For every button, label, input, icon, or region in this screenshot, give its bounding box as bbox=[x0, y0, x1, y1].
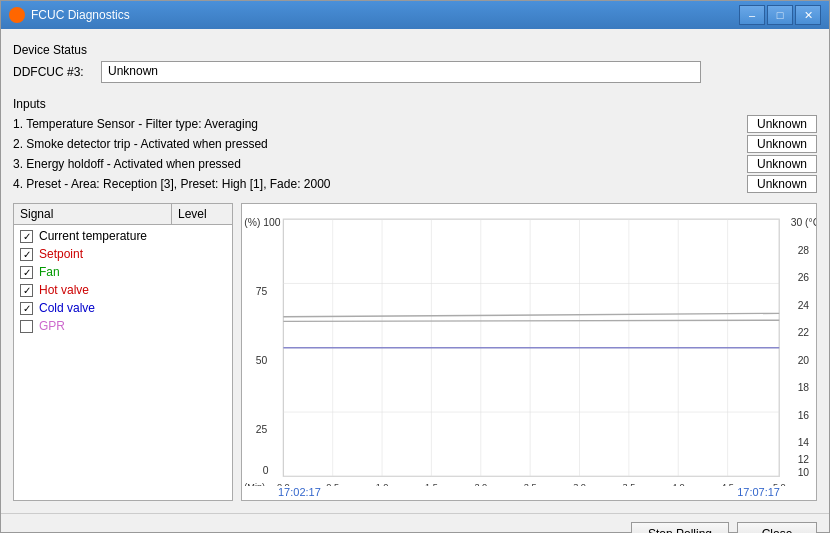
svg-text:2.5: 2.5 bbox=[524, 482, 537, 485]
device-value-box: Unknown bbox=[101, 61, 701, 83]
svg-text:28: 28 bbox=[798, 245, 810, 256]
device-status-label: Device Status bbox=[13, 43, 817, 57]
inputs-section: Inputs 1. Temperature Sensor - Filter ty… bbox=[13, 91, 817, 195]
svg-text:0: 0 bbox=[263, 465, 269, 476]
signal-col-header: Signal bbox=[14, 204, 172, 224]
title-bar: FCUC Diagnostics – □ ✕ bbox=[1, 1, 829, 29]
svg-text:16: 16 bbox=[798, 410, 810, 421]
input-row-2: 2. Smoke detector trip - Activated when … bbox=[13, 135, 817, 153]
close-button[interactable]: Close bbox=[737, 522, 817, 533]
signal-item-3: Hot valve bbox=[20, 283, 226, 297]
svg-text:4.5: 4.5 bbox=[721, 482, 734, 485]
signal-name-3: Hot valve bbox=[39, 283, 89, 297]
svg-text:4.0: 4.0 bbox=[672, 482, 685, 485]
signal-name-1: Setpoint bbox=[39, 247, 83, 261]
svg-text:3.5: 3.5 bbox=[622, 482, 635, 485]
svg-text:25: 25 bbox=[256, 424, 268, 435]
signal-name-5: GPR bbox=[39, 319, 65, 333]
signal-item-0: Current temperature bbox=[20, 229, 226, 243]
input-row-4: 4. Preset - Area: Reception [3], Preset:… bbox=[13, 175, 817, 193]
svg-text:5.0: 5.0 bbox=[773, 482, 786, 485]
input-text-2: 2. Smoke detector trip - Activated when … bbox=[13, 137, 741, 151]
input-text-1: 1. Temperature Sensor - Filter type: Ave… bbox=[13, 117, 741, 131]
signal-item-1: Setpoint bbox=[20, 247, 226, 261]
signal-checkbox-1[interactable] bbox=[20, 248, 33, 261]
input-row-1: 1. Temperature Sensor - Filter type: Ave… bbox=[13, 115, 817, 133]
svg-text:12: 12 bbox=[798, 454, 810, 465]
signal-name-2: Fan bbox=[39, 265, 60, 279]
lower-section: Signal Level Current temperature Setpoin… bbox=[13, 203, 817, 501]
stop-polling-button[interactable]: Stop Polling bbox=[631, 522, 729, 533]
device-row: DDFCUC #3: Unknown bbox=[13, 61, 817, 83]
svg-text:50: 50 bbox=[256, 355, 268, 366]
signal-item-5: GPR bbox=[20, 319, 226, 333]
svg-text:26: 26 bbox=[798, 272, 810, 283]
svg-text:3.0: 3.0 bbox=[573, 482, 586, 485]
input-status-2: Unknown bbox=[747, 135, 817, 153]
svg-text:20: 20 bbox=[798, 355, 810, 366]
restore-button[interactable]: □ bbox=[767, 5, 793, 25]
input-status-4: Unknown bbox=[747, 175, 817, 193]
chart-panel: (%) 100 75 50 25 0 30 (°C) 28 26 24 22 2… bbox=[241, 203, 817, 501]
input-status-1: Unknown bbox=[747, 115, 817, 133]
signal-item-4: Cold valve bbox=[20, 301, 226, 315]
svg-text:22: 22 bbox=[798, 327, 810, 338]
input-text-3: 3. Energy holdoff - Activated when press… bbox=[13, 157, 741, 171]
svg-text:0.0: 0.0 bbox=[277, 482, 290, 485]
input-row-3: 3. Energy holdoff - Activated when press… bbox=[13, 155, 817, 173]
signal-checkbox-5[interactable] bbox=[20, 320, 33, 333]
signal-name-0: Current temperature bbox=[39, 229, 147, 243]
signal-checkbox-0[interactable] bbox=[20, 230, 33, 243]
close-window-button[interactable]: ✕ bbox=[795, 5, 821, 25]
main-window: FCUC Diagnostics – □ ✕ Device Status DDF… bbox=[0, 0, 830, 533]
device-name-label: DDFCUC #3: bbox=[13, 65, 93, 79]
svg-text:1.0: 1.0 bbox=[376, 482, 389, 485]
signal-panel: Signal Level Current temperature Setpoin… bbox=[13, 203, 233, 501]
signal-header: Signal Level bbox=[14, 204, 232, 225]
svg-text:10: 10 bbox=[798, 467, 810, 478]
inputs-list: 1. Temperature Sensor - Filter type: Ave… bbox=[13, 115, 817, 193]
svg-text:14: 14 bbox=[798, 437, 810, 448]
level-col-header: Level bbox=[172, 204, 232, 224]
input-text-4: 4. Preset - Area: Reception [3], Preset:… bbox=[13, 177, 741, 191]
signal-rows: Current temperature Setpoint Fan Hot val… bbox=[14, 225, 232, 500]
chart-svg: (%) 100 75 50 25 0 30 (°C) 28 26 24 22 2… bbox=[242, 210, 816, 486]
time-row: 17:02:17 17:07:17 bbox=[242, 486, 780, 500]
svg-text:2.0: 2.0 bbox=[474, 482, 487, 485]
svg-text:1.5: 1.5 bbox=[425, 482, 438, 485]
svg-text:24: 24 bbox=[798, 300, 810, 311]
svg-text:75: 75 bbox=[256, 286, 268, 297]
signal-name-4: Cold valve bbox=[39, 301, 95, 315]
signal-checkbox-2[interactable] bbox=[20, 266, 33, 279]
svg-text:30 (°C): 30 (°C) bbox=[791, 217, 816, 228]
title-bar-controls: – □ ✕ bbox=[739, 5, 821, 25]
main-content: Device Status DDFCUC #3: Unknown Inputs … bbox=[1, 29, 829, 509]
svg-text:0.5: 0.5 bbox=[326, 482, 339, 485]
time-right: 17:07:17 bbox=[737, 486, 780, 498]
inputs-label: Inputs bbox=[13, 97, 817, 111]
signal-checkbox-3[interactable] bbox=[20, 284, 33, 297]
device-status-section: Device Status DDFCUC #3: Unknown bbox=[13, 37, 817, 89]
window-title: FCUC Diagnostics bbox=[31, 8, 739, 22]
bottom-bar: Stop Polling Close bbox=[1, 513, 829, 533]
time-left: 17:02:17 bbox=[278, 486, 321, 498]
svg-text:18: 18 bbox=[798, 382, 810, 393]
y-left-title: (%) 100 bbox=[244, 217, 280, 228]
input-status-3: Unknown bbox=[747, 155, 817, 173]
minimize-button[interactable]: – bbox=[739, 5, 765, 25]
x-label: (Min) bbox=[244, 482, 265, 485]
window-icon bbox=[9, 7, 25, 23]
signal-item-2: Fan bbox=[20, 265, 226, 279]
signal-checkbox-4[interactable] bbox=[20, 302, 33, 315]
